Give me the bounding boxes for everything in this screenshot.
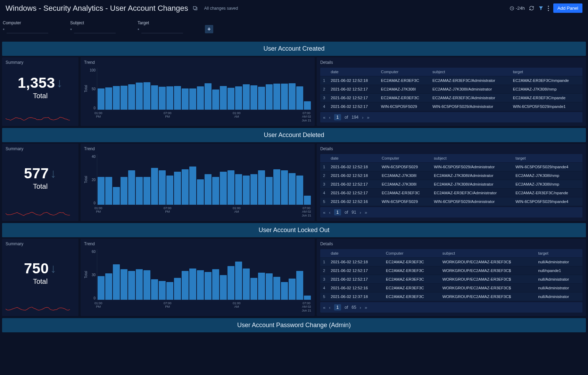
bar[interactable] [174,86,181,110]
col-header[interactable]: target [510,68,582,76]
col-header[interactable]: subject [440,249,536,258]
table-row[interactable]: 22021-06-02 12:52:17EC2AMAZ-ER3EF3CWORKG… [320,266,582,275]
more-icon[interactable] [548,6,549,11]
bar[interactable] [205,83,212,110]
col-header[interactable]: Computer [379,154,431,163]
bar[interactable] [189,269,196,300]
table-row[interactable]: 12021-06-02 12:52:18WIN-6C5PO5FS029WIN-6… [320,163,582,171]
bar[interactable] [182,88,189,109]
bar[interactable] [266,84,273,109]
page-prev-icon[interactable]: ‹ [329,305,330,310]
bar[interactable] [128,170,135,204]
trend-panel-created[interactable]: Trend Total 100500 01:00PM07:00PM01:00AM… [81,57,315,126]
page-first-icon[interactable]: « [323,305,325,310]
trend-panel-locked[interactable]: Trend Total 60300 01:00PM07:00PM01:00AM0… [81,239,315,316]
bar[interactable] [98,177,105,205]
details-panel-created[interactable]: Details dateComputersubjecttarget12021-0… [317,57,586,126]
page-last-icon[interactable]: » [365,305,367,310]
bar[interactable] [227,88,234,110]
bar[interactable] [258,87,265,109]
bar[interactable] [174,278,181,300]
bar[interactable] [105,87,112,110]
col-header[interactable]: subject [431,154,513,163]
bar[interactable] [212,177,219,205]
bar[interactable] [220,275,227,299]
filter-icon[interactable] [538,6,544,11]
bar[interactable] [250,174,257,204]
bar[interactable] [197,86,204,109]
table-row[interactable]: 22021-06-02 12:52:18EC2AMAZ-J7K308IEC2AM… [320,171,582,180]
bar[interactable] [273,277,280,300]
bar[interactable] [281,282,288,300]
bar[interactable] [250,85,257,110]
page-next-icon[interactable]: › [362,115,363,120]
variable-subject[interactable]: Subject * [70,20,129,33]
bar[interactable] [159,87,166,109]
bar[interactable] [128,271,135,300]
col-header[interactable]: subject [430,68,510,76]
col-header[interactable]: date [328,249,383,258]
col-header[interactable]: Computer [378,68,430,76]
col-header[interactable]: date [328,154,379,163]
bar[interactable] [281,170,288,204]
bar[interactable] [296,271,303,300]
bar[interactable] [98,276,105,300]
bar[interactable] [197,179,204,205]
table-row[interactable]: 32021-06-02 12:52:17EC2AMAZ-J7K308IEC2AM… [320,180,582,189]
bar[interactable] [197,270,204,300]
page-last-icon[interactable]: » [365,210,367,215]
bar[interactable] [289,279,296,300]
bar[interactable] [235,86,242,109]
bar[interactable] [296,176,303,205]
bar[interactable] [105,177,112,205]
variable-target[interactable]: Target * [138,20,197,33]
bar[interactable] [159,281,166,299]
summary-panel-created[interactable]: Summary 1,353↓ Total [2,57,78,126]
bar[interactable] [189,88,196,109]
page-prev-icon[interactable]: ‹ [329,115,330,120]
bar[interactable] [121,269,127,299]
bar[interactable] [212,90,219,110]
bar[interactable] [151,279,158,299]
bar[interactable] [182,271,189,300]
bar[interactable] [220,172,227,205]
bar[interactable] [113,86,120,110]
page-next-icon[interactable]: › [360,210,361,215]
details-panel-locked[interactable]: Details dateComputersubjecttarget12021-0… [317,239,586,316]
bar[interactable] [304,196,311,204]
variable-input[interactable] [141,27,183,33]
bar[interactable] [182,169,189,205]
bar[interactable] [266,273,273,299]
page-prev-icon[interactable]: ‹ [329,210,330,215]
table-row[interactable]: 52021-06-02 12:37:18EC2AMAZ-ER3EF3CWORKG… [320,292,582,301]
table-row[interactable]: 42021-06-02 12:52:17WIN-6C5PO5FS029WIN-6… [320,102,582,111]
page-first-icon[interactable]: « [323,115,325,120]
bar[interactable] [266,177,273,205]
bar[interactable] [98,88,105,109]
bar[interactable] [105,273,112,299]
page-last-icon[interactable]: » [367,115,370,120]
bar[interactable] [136,83,143,109]
share-icon[interactable] [192,6,198,11]
table-row[interactable]: 32021-06-02 12:52:17EC2AMAZ-ER3EF3CWORKG… [320,275,582,284]
bar[interactable] [220,86,227,110]
bar[interactable] [227,266,234,300]
bar[interactable] [189,167,196,204]
bar[interactable] [136,269,143,299]
bar[interactable] [212,269,219,299]
variable-input[interactable] [74,27,116,33]
summary-panel-locked[interactable]: Summary 750↓ Total [2,239,78,316]
details-panel-deleted[interactable]: Details dateComputersubjecttarget12021-0… [317,144,586,221]
bar[interactable] [113,187,120,205]
bar[interactable] [166,176,173,205]
bar[interactable] [289,83,296,110]
table-row[interactable]: 42021-06-02 12:52:17EC2AMAZ-ER3EF3CEC2AM… [320,189,582,197]
refresh-icon[interactable] [529,6,534,11]
bar[interactable] [258,273,265,300]
bar[interactable] [143,270,150,300]
add-variable-button[interactable]: + [205,25,213,33]
table-row[interactable]: 22021-06-02 12:52:17EC2AMAZ-J7K308IEC2AM… [320,85,582,94]
summary-panel-deleted[interactable]: Summary 577↓ Total [2,144,78,221]
bar[interactable] [296,86,303,109]
bar[interactable] [205,272,212,300]
